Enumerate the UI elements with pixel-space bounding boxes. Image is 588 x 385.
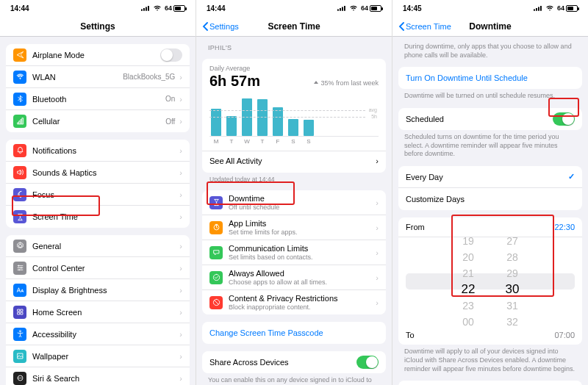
chevron-right-icon: › <box>179 73 182 82</box>
time-picker[interactable]: 192021222300 272829303132 <box>398 237 582 325</box>
chevron-right-icon: › <box>179 168 182 177</box>
scheduled-footer: Scheduled turns on downtime for the time… <box>392 130 588 159</box>
chevron-right-icon: › <box>179 95 182 104</box>
signal-icon <box>337 5 346 11</box>
picker-value[interactable]: 32 <box>506 314 518 325</box>
from-row[interactable]: From 22:30 <box>398 217 582 237</box>
toggle[interactable] <box>160 48 182 62</box>
picker-hours[interactable]: 192021222300 <box>446 237 490 325</box>
share-footer: You can enable this on any device signed… <box>196 373 392 385</box>
picker-value[interactable]: 30 <box>506 281 520 298</box>
wifi-icon <box>153 5 162 11</box>
change-passcode[interactable]: Change Screen Time Passcode <box>202 322 386 344</box>
moon-icon <box>13 188 26 201</box>
bluetooth-icon <box>13 93 26 106</box>
row-general[interactable]: General› <box>6 235 190 257</box>
row-app-limits[interactable]: App LimitsSet time limits for apps.› <box>202 215 386 240</box>
block-at-downtime-row[interactable]: Block at Downtime <box>398 381 582 385</box>
svg-rect-2 <box>146 7 147 11</box>
picker-value[interactable]: 29 <box>506 265 518 281</box>
row-wlan[interactable]: WLANBlackBooks_5G› <box>6 66 190 88</box>
see-all-activity[interactable]: See All Activity › <box>202 151 386 167</box>
picker-value[interactable]: 21 <box>462 265 474 281</box>
chevron-right-icon: › <box>376 248 379 257</box>
row-siri-search[interactable]: Siri & Search› <box>6 367 190 385</box>
wallpaper-icon <box>13 350 26 363</box>
svg-rect-8 <box>534 10 535 11</box>
cellular-icon <box>13 115 26 128</box>
svg-rect-3 <box>148 6 149 11</box>
chevron-right-icon: › <box>376 156 379 165</box>
airplane-icon <box>13 48 26 62</box>
row-screen-time[interactable]: Screen Time› <box>6 206 190 228</box>
daily-average-label: Daily Average <box>209 65 379 72</box>
row-always-allowed[interactable]: Always AllowedChoose apps to allow at al… <box>202 265 386 290</box>
row-cellular[interactable]: CellularOff› <box>6 110 190 132</box>
picker-value[interactable]: 00 <box>462 314 474 325</box>
toggle-scheduled[interactable] <box>553 112 575 126</box>
chevron-right-icon: › <box>376 223 379 232</box>
chevron-right-icon: › <box>179 190 182 199</box>
svg-rect-10 <box>538 7 539 11</box>
usage-chart-card[interactable]: Daily Average 6h 57m 35% from last week … <box>202 59 386 173</box>
toggle-share[interactable] <box>356 356 379 369</box>
picker-value[interactable]: 28 <box>506 249 518 265</box>
row-control-center[interactable]: Control Center› <box>6 257 190 279</box>
hourglass-icon <box>209 196 223 209</box>
picker-value[interactable]: 23 <box>462 298 474 314</box>
from-time: 22:30 <box>554 223 575 231</box>
row-notifications[interactable]: Notifications› <box>6 140 190 162</box>
row-communication-limits[interactable]: Communication LimitsSet limits based on … <box>202 240 386 265</box>
share-across-devices[interactable]: Share Across Devices <box>202 351 386 373</box>
back-button[interactable]: Screen Time <box>392 22 451 31</box>
turn-on-footer: Downtime will be turned on until schedul… <box>392 89 588 101</box>
picker-value[interactable]: 19 <box>462 237 474 249</box>
back-button[interactable]: Settings <box>196 22 239 31</box>
to-footer: Downtime will apply to all of your devic… <box>392 345 588 373</box>
row-wallpaper[interactable]: Wallpaper› <box>6 345 190 367</box>
chevron-right-icon: › <box>179 374 182 383</box>
chevron-left-icon <box>398 22 404 31</box>
navbar: Settings <box>0 16 196 37</box>
status-time: 14:44 <box>10 4 29 12</box>
svg-rect-0 <box>141 10 143 11</box>
chevron-right-icon: › <box>179 330 182 339</box>
page-title: Settings <box>0 21 196 32</box>
picker-value[interactable]: 27 <box>506 237 518 249</box>
picker-value[interactable]: 22 <box>462 281 476 298</box>
bar <box>304 120 314 136</box>
picker-value[interactable]: 31 <box>506 298 518 314</box>
day-axis: MTWTFSS <box>209 137 379 145</box>
svg-rect-7 <box>344 6 345 11</box>
row-sounds-haptics[interactable]: Sounds & Haptics› <box>6 162 190 184</box>
customize-days-row[interactable]: Customize Days <box>398 188 582 210</box>
bar <box>273 107 283 136</box>
row-bluetooth[interactable]: BluetoothOn› <box>6 88 190 110</box>
turn-on-until-schedule[interactable]: Turn On Downtime Until Schedule <box>398 67 582 89</box>
pane-settings: 14:44 64 Settings Airplane ModeWLANBlack… <box>0 0 196 385</box>
row-content-privacy-restrictions[interactable]: Content & Privacy RestrictionsBlock inap… <box>202 290 386 314</box>
chevron-right-icon: › <box>179 308 182 317</box>
row-downtime[interactable]: DowntimeOff until schedule› <box>202 190 386 215</box>
row-accessibility[interactable]: Accessibility› <box>6 323 190 345</box>
timer-icon <box>209 221 223 234</box>
updated-text: Updated today at 14:44 <box>196 173 392 183</box>
chevron-right-icon: › <box>179 242 182 251</box>
row-airplane-mode[interactable]: Airplane Mode <box>6 44 190 66</box>
scheduled-row[interactable]: Scheduled <box>398 108 582 130</box>
status-bar: 14:44 64 <box>196 0 392 16</box>
every-day-row[interactable]: Every Day ✓ <box>398 166 582 188</box>
hourglass-icon <box>13 210 26 223</box>
siri-icon <box>13 372 26 385</box>
row-display-brightness[interactable]: Display & Brightness› <box>6 279 190 301</box>
picker-value[interactable]: 20 <box>462 249 474 265</box>
row-focus[interactable]: Focus› <box>6 184 190 206</box>
accessibility-icon <box>13 328 26 341</box>
to-row[interactable]: To 07:00 <box>398 325 582 345</box>
nosign-icon <box>209 296 223 309</box>
chevron-right-icon: › <box>179 264 182 273</box>
picker-minutes[interactable]: 272829303132 <box>490 237 534 325</box>
downtime-intro: During downtime, only apps that you choo… <box>392 37 588 60</box>
gear-icon <box>13 240 26 253</box>
row-home-screen[interactable]: Home Screen› <box>6 301 190 323</box>
